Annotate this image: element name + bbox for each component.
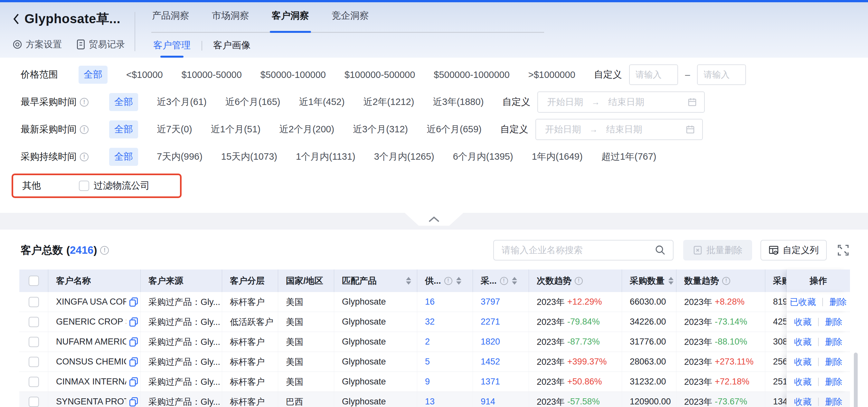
suppliers-count-link[interactable]: 2 <box>425 337 430 347</box>
fullscreen-button[interactable] <box>836 244 850 257</box>
vertical-scrollbar[interactable] <box>854 352 858 407</box>
custom-range-button[interactable]: 自定义 <box>594 68 622 81</box>
select-all-checkbox[interactable] <box>29 276 39 286</box>
row-checkbox[interactable] <box>29 297 39 307</box>
copy-icon[interactable] <box>129 377 138 387</box>
purchases-count-link[interactable]: 914 <box>481 397 495 407</box>
search-icon[interactable] <box>655 245 666 256</box>
date-range-picker[interactable]: 开始日期 → 结束日期 <box>537 91 705 113</box>
customer-name[interactable]: CONSUS CHEMICAL <box>56 357 126 367</box>
delete-link[interactable]: 删除 <box>825 316 843 328</box>
filter-option[interactable]: 近6个月(165) <box>225 96 280 108</box>
filter-option[interactable]: 7天内(996) <box>157 150 203 163</box>
filter-option[interactable]: 近3个月(61) <box>157 96 207 108</box>
sort-icon[interactable] <box>512 277 517 285</box>
tab-product-insight[interactable]: 产品洞察 <box>151 8 190 24</box>
delete-link[interactable]: 删除 <box>829 296 847 308</box>
custom-date-button[interactable]: 自定义 <box>502 96 530 108</box>
favorite-link[interactable]: 已收藏 <box>790 296 816 308</box>
filter-option[interactable]: >$1000000 <box>528 69 575 80</box>
filter-option[interactable]: 全部 <box>109 93 138 111</box>
tab-customer-insight[interactable]: 客户洞察 <box>271 8 310 24</box>
filter-option[interactable]: 近2个月(200) <box>279 123 334 136</box>
row-checkbox[interactable] <box>29 377 39 387</box>
filter-option[interactable]: $10000-50000 <box>182 69 242 80</box>
suppliers-count-link[interactable]: 13 <box>425 397 435 407</box>
scheme-settings-button[interactable]: 方案设置 <box>12 38 62 51</box>
filter-option[interactable]: $50000-100000 <box>260 69 326 80</box>
filter-option[interactable]: 15天内(1073) <box>221 150 277 163</box>
favorite-link[interactable]: 收藏 <box>794 376 812 388</box>
filter-option[interactable]: 6个月内(1395) <box>453 150 513 163</box>
purchases-count-link[interactable]: 3797 <box>481 297 500 307</box>
filter-option[interactable]: $500000-1000000 <box>434 69 509 80</box>
checkbox-label[interactable]: 过滤物流公司 <box>94 179 150 192</box>
customer-name[interactable]: CINMAX INTERNATIO <box>56 377 126 387</box>
info-icon[interactable]: ! <box>80 125 89 134</box>
delete-link[interactable]: 删除 <box>825 396 843 407</box>
filter-option[interactable]: <$10000 <box>126 69 163 80</box>
filter-option[interactable]: 近6个月(659) <box>427 123 482 136</box>
delete-link[interactable]: 删除 <box>825 356 843 368</box>
purchases-count-link[interactable]: 2271 <box>481 317 500 327</box>
search-input[interactable] <box>502 245 655 255</box>
back-button[interactable] <box>11 12 21 26</box>
sort-icon[interactable] <box>406 277 411 285</box>
filter-option[interactable]: 全部 <box>79 66 107 84</box>
info-icon[interactable]: ! <box>722 277 730 285</box>
filter-option[interactable]: 近2年(1212) <box>363 96 414 108</box>
price-min-input[interactable] <box>629 64 678 85</box>
filter-option[interactable]: 3个月内(1265) <box>374 150 434 163</box>
favorite-link[interactable]: 收藏 <box>794 356 812 368</box>
info-icon[interactable]: ! <box>500 277 508 285</box>
customer-name[interactable]: GENERIC CROP SCI <box>56 317 126 327</box>
custom-columns-button[interactable]: 自定义列 <box>761 240 827 260</box>
copy-icon[interactable] <box>129 397 138 407</box>
row-checkbox[interactable] <box>29 357 39 367</box>
suppliers-count-link[interactable]: 32 <box>425 317 435 327</box>
info-icon[interactable]: ! <box>80 153 89 161</box>
filter-option[interactable]: 超过1年(767) <box>601 150 656 163</box>
filter-option[interactable]: 全部 <box>109 120 138 138</box>
filter-option[interactable]: 近3年(1880) <box>433 96 484 108</box>
favorite-link[interactable]: 收藏 <box>794 396 812 407</box>
row-checkbox[interactable] <box>29 397 39 407</box>
date-range-picker[interactable]: 开始日期 → 结束日期 <box>535 119 703 140</box>
customer-name[interactable]: XINGFA USA CORPO <box>56 297 126 307</box>
row-checkbox[interactable] <box>29 317 39 327</box>
filter-option[interactable]: 1个月内(1131) <box>296 150 355 163</box>
collapse-panel-button[interactable] <box>405 213 463 226</box>
sort-icon[interactable] <box>669 277 674 285</box>
info-icon[interactable]: ! <box>444 277 452 285</box>
sort-icon[interactable] <box>456 277 461 285</box>
info-icon[interactable]: ! <box>100 246 109 255</box>
copy-icon[interactable] <box>129 357 138 367</box>
delete-link[interactable]: 删除 <box>825 376 843 388</box>
info-icon[interactable]: ! <box>80 98 89 106</box>
filter-option[interactable]: $100000-500000 <box>344 69 415 80</box>
purchases-count-link[interactable]: 1452 <box>481 357 500 367</box>
copy-icon[interactable] <box>129 297 138 307</box>
purchases-count-link[interactable]: 1820 <box>481 337 500 347</box>
filter-logistics-checkbox[interactable] <box>79 181 89 191</box>
batch-delete-button[interactable]: 批量删除 <box>683 240 752 260</box>
filter-option[interactable]: 近7天(0) <box>157 123 192 136</box>
customer-name[interactable]: NUFARM AMERICAS, <box>56 337 126 347</box>
purchases-count-link[interactable]: 1371 <box>481 377 500 387</box>
tab-market-insight[interactable]: 市场洞察 <box>211 8 250 24</box>
filter-option[interactable]: 1年内(1649) <box>532 150 583 163</box>
tab-competitor-insight[interactable]: 竞企洞察 <box>331 8 370 24</box>
tab-customer-profile[interactable]: 客户画像 <box>211 38 252 58</box>
info-icon[interactable]: ! <box>575 277 583 285</box>
delete-link[interactable]: 删除 <box>825 336 843 348</box>
customer-name[interactable]: SYNGENTA PROTEC <box>56 397 126 407</box>
filter-option[interactable]: 近1个月(51) <box>211 123 261 136</box>
copy-icon[interactable] <box>129 317 138 327</box>
custom-date-button[interactable]: 自定义 <box>500 123 528 136</box>
price-max-input[interactable] <box>697 64 746 85</box>
filter-option[interactable]: 全部 <box>109 148 138 166</box>
suppliers-count-link[interactable]: 9 <box>425 377 430 387</box>
tab-customer-management[interactable]: 客户管理 <box>151 38 192 58</box>
copy-icon[interactable] <box>129 337 138 347</box>
filter-option[interactable]: 近3个月(312) <box>353 123 408 136</box>
